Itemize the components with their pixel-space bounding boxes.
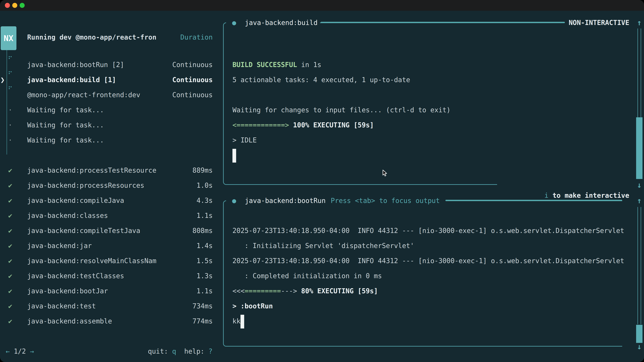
task-status: Continuous bbox=[172, 87, 213, 102]
completed-task-row[interactable]: ✔java-backend:processTestResource889ms bbox=[0, 163, 223, 178]
duration-column-header: Duration bbox=[151, 30, 213, 45]
task-row[interactable]: ·Waiting for task... bbox=[0, 133, 223, 148]
terminal-line: Waiting for changes to input files... (c… bbox=[232, 102, 450, 117]
bootrun-panel-scroll-down-icon[interactable]: ↓ bbox=[634, 341, 644, 352]
text-segment: ← bbox=[6, 348, 10, 355]
task-row[interactable]: ·Waiting for task... bbox=[0, 102, 223, 117]
build-panel-header-rule bbox=[321, 22, 565, 23]
check-icon: ✔ bbox=[6, 314, 14, 329]
bootrun-task-status-bullet-icon: ● bbox=[232, 195, 236, 206]
task-duration: 889ms bbox=[192, 163, 213, 178]
task-duration: 1.1s bbox=[196, 283, 213, 299]
task-row[interactable]: ⠋java-backend:build [1]Continuous bbox=[0, 72, 223, 87]
terminal-line: : Initializing Servlet 'dispatcherServle… bbox=[232, 238, 414, 253]
text-segment: ---> bbox=[281, 287, 297, 295]
text-segment: <<< bbox=[232, 287, 244, 295]
build-panel-scrollbar-thumb[interactable] bbox=[636, 117, 642, 179]
task-duration: 774ms bbox=[192, 314, 213, 329]
waiting-dot-icon: · bbox=[6, 117, 14, 133]
text-segment: > IDLE bbox=[232, 136, 257, 144]
check-icon: ✔ bbox=[6, 299, 14, 314]
task-row[interactable]: ⠋@mono-app/react-frontend:devContinuous bbox=[0, 87, 223, 102]
check-icon: ✔ bbox=[6, 238, 14, 253]
task-duration: 734ms bbox=[192, 299, 213, 314]
pagination[interactable]: ← 1/2 → bbox=[6, 344, 34, 359]
task-label: java-backend:processTestResource bbox=[27, 163, 156, 178]
nx-logo: NX bbox=[1, 26, 16, 50]
bootrun-panel-title[interactable]: java-backend:bootRun bbox=[245, 195, 326, 206]
check-icon: ✔ bbox=[6, 283, 14, 299]
task-status: Continuous bbox=[172, 57, 213, 72]
build-panel-scroll-up-icon[interactable]: ↑ bbox=[634, 17, 644, 28]
non-interactive-badge: NON-INTERACTIVE bbox=[569, 17, 629, 28]
text-segment: 80% EXECUTING [59s] bbox=[301, 287, 378, 295]
task-duration: 1.1s bbox=[196, 208, 213, 223]
task-duration: 808ms bbox=[192, 223, 213, 238]
terminal-line: kk bbox=[232, 314, 244, 329]
task-label: java-backend:bootRun [2] bbox=[27, 57, 124, 72]
sidebar-title: Running dev @mono-app/react-fron bbox=[27, 30, 156, 45]
text-segment: kk bbox=[232, 317, 240, 325]
text-segment: 100% EXECUTING [59s] bbox=[293, 121, 374, 129]
terminal-block-cursor bbox=[232, 149, 236, 163]
task-label: Waiting for task... bbox=[27, 102, 104, 117]
keyboard-shortcuts-hint: quit: q help: ? bbox=[100, 344, 212, 359]
completed-task-row[interactable]: ✔java-backend:test734ms bbox=[0, 299, 223, 314]
task-label: java-backend:compileJava bbox=[27, 193, 124, 208]
completed-task-row[interactable]: ✔java-backend:compileJava4.3s bbox=[0, 193, 223, 208]
text-segment: q bbox=[172, 348, 176, 355]
minimize-button[interactable] bbox=[12, 3, 17, 8]
task-row[interactable]: ·Waiting for task... bbox=[0, 117, 223, 133]
task-duration: 1.5s bbox=[196, 253, 213, 268]
check-icon: ✔ bbox=[6, 223, 14, 238]
window-titlebar[interactable] bbox=[0, 0, 644, 11]
task-duration: 1.3s bbox=[196, 268, 213, 283]
completed-task-row[interactable]: ✔java-backend:compileTestJava808ms bbox=[0, 223, 223, 238]
text-segment: in 1s bbox=[297, 61, 321, 68]
bootrun-panel-scroll-up-icon[interactable]: ↑ bbox=[634, 195, 644, 206]
terminal-line: <============> 100% EXECUTING [59s] bbox=[232, 117, 374, 133]
interactive-hint-key[interactable]: i bbox=[544, 192, 548, 199]
task-duration: 1.0s bbox=[196, 178, 213, 193]
waiting-dot-icon: · bbox=[6, 133, 14, 148]
completed-task-row[interactable]: ✔java-backend:processResources1.0s bbox=[0, 178, 223, 193]
text-segment: help: bbox=[176, 348, 208, 355]
check-icon: ✔ bbox=[6, 268, 14, 283]
build-panel-title[interactable]: java-backend:build bbox=[245, 17, 318, 28]
build-task-status-bullet-icon: ● bbox=[232, 17, 236, 28]
task-label: java-backend:classes bbox=[27, 208, 108, 223]
terminal-line: > IDLE bbox=[232, 133, 257, 148]
text-segment: : Initializing Servlet 'dispatcherServle… bbox=[232, 242, 414, 250]
mouse-cursor bbox=[382, 170, 388, 177]
close-button[interactable] bbox=[5, 3, 10, 8]
check-icon: ✔ bbox=[6, 193, 14, 208]
text-segment: → bbox=[30, 348, 34, 355]
bootrun-panel-scrollbar-track[interactable] bbox=[638, 207, 641, 324]
task-label: @mono-app/react-frontend:dev bbox=[27, 87, 140, 102]
text-segment: 5 actionable tasks: 4 executed, 1 up-to-… bbox=[232, 76, 410, 84]
check-icon: ✔ bbox=[6, 253, 14, 268]
terminal-line: 2025-07-23T13:40:18.950-04:00 INFO 44312… bbox=[232, 223, 624, 238]
task-label: java-backend:jar bbox=[27, 238, 92, 253]
build-panel-scroll-down-icon[interactable]: ↓ bbox=[634, 180, 644, 190]
task-status: Continuous bbox=[172, 72, 213, 87]
check-icon: ✔ bbox=[6, 163, 14, 178]
completed-task-row[interactable]: ✔java-backend:resolveMainClassNam1.5s bbox=[0, 253, 223, 268]
text-segment: BUILD SUCCESSFUL bbox=[232, 61, 297, 68]
zoom-button[interactable] bbox=[20, 3, 25, 8]
bootrun-panel-scrollbar-thumb[interactable] bbox=[636, 325, 642, 343]
task-row[interactable]: ⠋java-backend:bootRun [2]Continuous bbox=[0, 57, 223, 72]
completed-task-row[interactable]: ✔java-backend:assemble774ms bbox=[0, 314, 223, 329]
terminal-line bbox=[232, 148, 236, 163]
completed-task-row[interactable]: ✔java-backend:bootJar1.1s bbox=[0, 283, 223, 299]
check-icon: ✔ bbox=[6, 178, 14, 193]
text-segment: <============> bbox=[232, 121, 289, 129]
task-label: java-backend:test bbox=[27, 299, 96, 314]
terminal-block-cursor bbox=[240, 315, 244, 329]
text-segment: ========= bbox=[244, 287, 281, 295]
completed-task-row[interactable]: ✔java-backend:classes1.1s bbox=[0, 208, 223, 223]
task-label: java-backend:compileTestJava bbox=[27, 223, 140, 238]
completed-task-row[interactable]: ✔java-backend:jar1.4s bbox=[0, 238, 223, 253]
text-segment: Waiting for changes to input files... (c… bbox=[232, 106, 450, 114]
completed-task-row[interactable]: ✔java-backend:testClasses1.3s bbox=[0, 268, 223, 283]
